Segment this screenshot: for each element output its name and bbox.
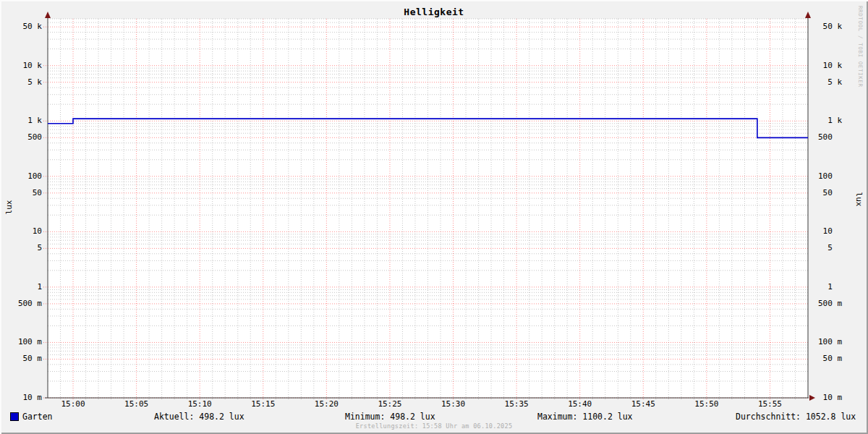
y-tick-label: 100 m xyxy=(818,338,868,346)
y-tick-label: 10 k xyxy=(0,61,42,70)
stat-durchschnitt: Durchschnitt: 1052.8 lux xyxy=(736,412,856,422)
y-tick-label: 5 xyxy=(818,244,868,252)
y-tick-label: 1 xyxy=(0,283,42,292)
x-tick-label: 15:25 xyxy=(368,400,412,409)
y-tick-label: 1 xyxy=(818,283,868,292)
rrdtool-watermark: RRDTOOL / TOBI OETIKER xyxy=(857,6,864,88)
y-axis-label-left: lux xyxy=(4,195,14,221)
y-tick-label: 5 xyxy=(0,244,42,252)
y-tick-label: 10 xyxy=(818,227,868,236)
x-tick-label: 15:50 xyxy=(685,400,728,409)
creation-timestamp: Erstellungszeit: 15:58 Uhr am 06.10.2025 xyxy=(0,422,868,430)
legend-swatch-garten xyxy=(10,412,19,421)
y-tick-label: 50 m xyxy=(818,354,868,363)
x-tick-label: 15:30 xyxy=(432,400,475,409)
chart-title: Helligkeit xyxy=(0,7,868,17)
x-tick-label: 15:10 xyxy=(178,400,221,409)
x-tick-label: 15:05 xyxy=(115,400,158,409)
stat-aktuell: Aktuell: 498.2 lux xyxy=(154,412,244,422)
x-tick-label: 15:40 xyxy=(558,400,602,409)
rrdtool-graph: Helligkeit 50 k10 k5 k1 k500100501051500… xyxy=(0,0,868,434)
y-tick-label: 500 xyxy=(0,133,42,142)
y-tick-label: 100 xyxy=(0,172,42,181)
x-tick-label: 15:35 xyxy=(495,400,538,409)
y-tick-label: 100 m xyxy=(0,338,42,346)
y-tick-label: 50 m xyxy=(0,354,42,363)
x-tick-label: 15:15 xyxy=(242,400,285,409)
y-tick-label: 500 xyxy=(818,133,868,142)
stat-maximum: Maximum: 1100.2 lux xyxy=(537,412,633,422)
y-tick-label: 500 m xyxy=(818,299,868,308)
legend-row: Garten Aktuell: 498.2 lux Minimum: 498.2… xyxy=(0,411,868,422)
chart-canvas xyxy=(0,0,868,434)
x-tick-label: 15:45 xyxy=(621,400,665,409)
y-tick-label: 10 m xyxy=(818,393,868,402)
y-tick-label: 1 k xyxy=(818,116,868,125)
x-tick-label: 15:55 xyxy=(748,400,791,409)
y-tick-label: 50 k xyxy=(0,22,42,31)
y-tick-label: 100 xyxy=(818,172,868,181)
y-tick-label: 500 m xyxy=(0,299,42,308)
legend-series-label: Garten xyxy=(22,412,53,422)
stat-minimum: Minimum: 498.2 lux xyxy=(345,412,435,422)
y-axis-label-right: lux xyxy=(854,187,864,213)
y-tick-label: 10 m xyxy=(0,393,42,402)
x-tick-label: 15:20 xyxy=(305,400,348,409)
y-tick-label: 10 xyxy=(0,227,42,236)
x-tick-label: 15:00 xyxy=(51,400,95,409)
y-tick-label: 5 k xyxy=(0,78,42,87)
y-tick-label: 1 k xyxy=(0,116,42,125)
